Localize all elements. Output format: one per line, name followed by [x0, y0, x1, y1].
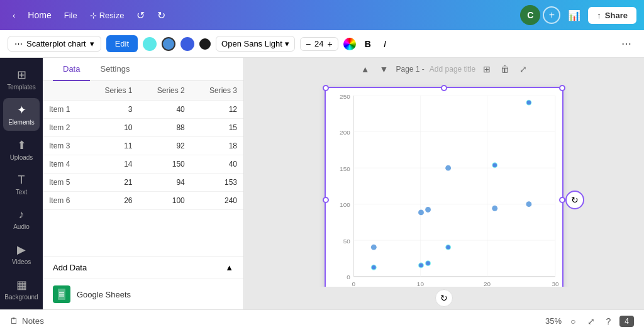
page-nav-down[interactable]: ▼ [377, 63, 391, 75]
sidebar-item-elements[interactable]: ✦ Elements [3, 98, 40, 131]
svg-point-39 [446, 245, 450, 250]
svg-text:0: 0 [347, 274, 350, 280]
fullscreen-button[interactable]: ⤢ [585, 315, 597, 328]
grid-view-button[interactable]: ⊞ [480, 63, 493, 75]
svg-point-30 [371, 245, 377, 250]
italic-button[interactable]: I [380, 36, 390, 52]
videos-icon: ▶ [17, 243, 26, 257]
svg-point-34 [492, 206, 497, 211]
sidebar-item-audio[interactable]: ♪ Audio [3, 203, 40, 235]
more-options-button[interactable]: ⋯ [616, 35, 636, 52]
home-button[interactable]: Home [23, 8, 56, 23]
canvas-header: ▲ ▼ Page 1 - Add page title ⊞ 🗑 ⤢ [244, 58, 644, 80]
sidebar-item-templates[interactable]: ⊞ Templates [3, 63, 40, 96]
data-panel: Data Settings Series 1 Series 2 Series 3… [43, 58, 244, 309]
panel-tabs: Data Settings [43, 58, 243, 81]
tab-data[interactable]: Data [53, 58, 90, 81]
cell-label: Item 5 [43, 174, 86, 192]
resize-button[interactable]: ⊹ Resize [85, 8, 130, 23]
table-row[interactable]: Item 1 3 40 12 [43, 101, 243, 119]
table-row[interactable]: Item 2 10 88 15 [43, 119, 243, 137]
color-swatch-2[interactable] [162, 37, 175, 51]
table-row[interactable]: Item 4 14 150 40 [43, 155, 243, 174]
cell-s3: 15 [191, 119, 243, 137]
icon-sidebar: ⊞ Templates ✦ Elements ⬆ Uploads T Text … [0, 58, 43, 309]
svg-text:0: 0 [352, 280, 355, 287]
color-swatch-dark[interactable] [199, 38, 211, 50]
font-size-decrease[interactable]: − [304, 39, 312, 49]
sidebar-item-background[interactable]: ▦ Background [3, 273, 40, 306]
analytics-button[interactable]: 📊 [563, 7, 586, 24]
zoom-level: 35% [545, 316, 562, 326]
col-header-label [43, 81, 86, 101]
rotate-handle[interactable]: ↻ [565, 191, 584, 209]
handle-middle-right[interactable] [559, 197, 565, 203]
table-row[interactable]: Item 6 26 100 240 [43, 192, 243, 210]
cell-s2: 88 [139, 119, 191, 137]
cell-label: Item 3 [43, 137, 86, 155]
resize-icon: ⊹ [90, 11, 97, 20]
table-row[interactable]: Item 3 11 92 18 [43, 137, 243, 155]
svg-point-41 [527, 101, 531, 105]
handle-middle-left[interactable] [323, 197, 329, 203]
top-bar: ‹ Home File ⊹ Resize ↺ ↻ C + 📊 ↑ Share [0, 0, 644, 30]
chevron-down-icon: ▾ [285, 39, 289, 48]
canvas-page[interactable]: ↻ 250 [325, 87, 564, 287]
avatar[interactable]: C [520, 5, 540, 25]
col-header-s2: Series 2 [139, 81, 191, 101]
tab-settings[interactable]: Settings [90, 58, 140, 81]
sidebar-item-text[interactable]: T Text [3, 169, 40, 201]
svg-text:10: 10 [417, 280, 425, 287]
svg-point-33 [445, 165, 451, 171]
font-size-increase[interactable]: + [326, 39, 334, 49]
notes-button[interactable]: 🗒 Notes [10, 316, 44, 326]
google-sheets-button[interactable]: Google Sheets [43, 279, 243, 309]
svg-text:250: 250 [340, 93, 350, 100]
expand-button[interactable]: ⤢ [517, 63, 530, 75]
svg-rect-1 [59, 292, 64, 293]
svg-rect-2 [59, 294, 64, 295]
svg-point-32 [425, 207, 431, 213]
sheets-icon [53, 285, 70, 303]
refresh-bar: ↻ [244, 287, 644, 309]
edit-button[interactable]: Edit [106, 35, 138, 52]
delete-page-button[interactable]: 🗑 [498, 63, 512, 75]
handle-top-right[interactable] [559, 85, 565, 91]
share-button[interactable]: ↑ Share [588, 7, 636, 24]
sidebar-item-uploads[interactable]: ⬆ Uploads [3, 133, 40, 166]
cell-s3: 12 [191, 101, 243, 119]
svg-point-31 [418, 209, 424, 215]
page-number-badge: 4 [619, 316, 634, 327]
file-button[interactable]: File [59, 8, 82, 23]
refresh-button[interactable]: ↻ [435, 289, 453, 307]
text-color-picker[interactable] [343, 38, 356, 50]
page-label: Page 1 - [396, 65, 424, 74]
redo-button[interactable]: ↻ [152, 7, 170, 24]
undo-button[interactable]: ↺ [131, 7, 150, 24]
table-row[interactable]: Item 5 21 94 153 [43, 174, 243, 192]
cell-s1: 10 [86, 119, 138, 137]
page-title-placeholder[interactable]: Add page title [430, 65, 475, 74]
font-family-selector[interactable]: Open Sans Light ▾ [216, 36, 295, 52]
chart-type-selector[interactable]: ⋯ Scatterplot chart ▾ [8, 36, 101, 52]
zoom-out-button[interactable]: ○ [568, 315, 578, 328]
help-button[interactable]: ? [604, 315, 614, 328]
svg-point-37 [419, 263, 423, 268]
page-nav-up[interactable]: ▲ [358, 63, 372, 75]
bold-button[interactable]: B [361, 36, 375, 52]
cell-s3: 240 [191, 192, 243, 210]
plus-button[interactable]: + [543, 6, 560, 24]
cell-s1: 3 [86, 101, 138, 119]
color-swatch-3[interactable] [180, 37, 194, 51]
sidebar-item-videos[interactable]: ▶ Videos [3, 238, 40, 270]
svg-text:200: 200 [340, 129, 350, 136]
svg-point-36 [372, 265, 376, 270]
handle-top-left[interactable] [323, 85, 329, 91]
add-data-bar[interactable]: Add Data ▲ [43, 256, 243, 279]
notes-icon: 🗒 [10, 316, 18, 326]
color-swatch-1[interactable] [143, 37, 157, 51]
cell-label: Item 2 [43, 119, 86, 137]
handle-top-middle[interactable] [441, 85, 447, 91]
back-button[interactable]: ‹ [8, 8, 20, 23]
cell-s1: 21 [86, 174, 138, 192]
